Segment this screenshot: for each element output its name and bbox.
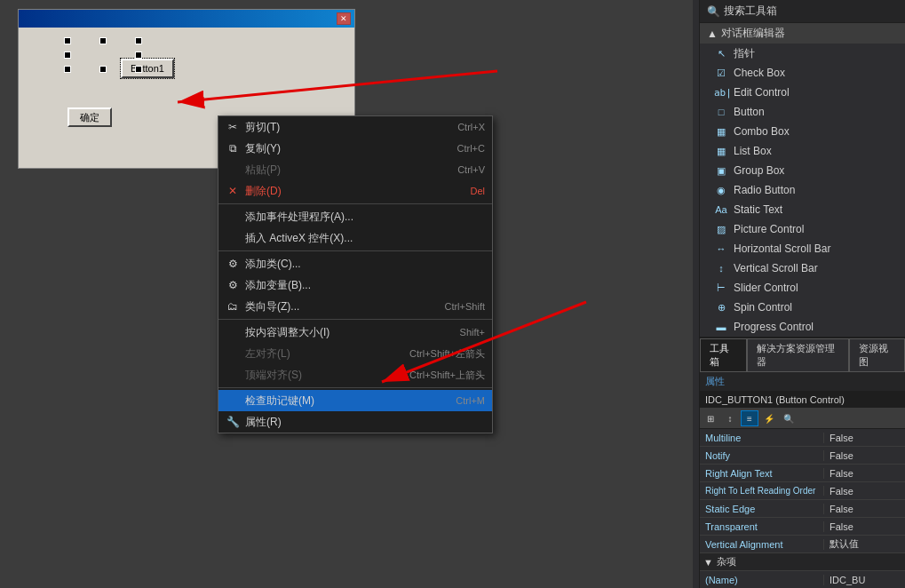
props-name-multiline: Multiline — [700, 433, 824, 443]
props-value-rightalign[interactable]: False — [824, 468, 905, 479]
props-row-rtlreading: Right To Left Reading Order False — [700, 482, 905, 500]
props-header: 属性 — [700, 372, 905, 392]
menu-paste-label: 粘贴(P) — [245, 163, 281, 178]
props-value-transparent[interactable]: False — [824, 521, 905, 532]
spincontrol-label: Spin Control — [734, 301, 792, 314]
toolbox-item-editcontrol[interactable]: ab| Edit Control — [700, 83, 905, 102]
toolbox-item-slidercontrol[interactable]: ⊢ Slider Control — [700, 278, 905, 298]
dialog-close-button[interactable]: ✕ — [337, 12, 351, 25]
context-menu: ✂ 剪切(T) Ctrl+X ⧉ 复制(Y) Ctrl+C 粘贴(P) Ctrl… — [218, 115, 493, 433]
handle-tl[interactable] — [64, 37, 71, 44]
copy-icon: ⧉ — [226, 142, 240, 155]
menu-insert-activex[interactable]: 插入 ActiveX 控件(X)... — [218, 227, 492, 249]
toolbox-item-spincontrol[interactable]: ⊕ Spin Control — [700, 298, 905, 317]
handle-bc[interactable] — [99, 66, 107, 73]
props-name-rightalign: Right Align Text — [700, 468, 824, 479]
props-btn-events[interactable]: ⚡ — [760, 410, 778, 426]
toolbox-item-groupbox[interactable]: ▣ Group Box — [700, 161, 905, 180]
menu-add-class-label: 添加类(C)... — [245, 257, 301, 272]
menu-fit-content[interactable]: 按内容调整大小(I) Shift+ — [218, 322, 492, 343]
menu-paste[interactable]: 粘贴(P) Ctrl+V — [218, 159, 492, 180]
menu-align-left[interactable]: 左对齐(L) Ctrl+Shift+左箭头 — [218, 343, 492, 364]
props-btn-sort[interactable]: ↕ — [721, 410, 739, 426]
handle-tc[interactable] — [99, 37, 107, 44]
menu-copy-label: 复制(Y) — [245, 141, 281, 156]
menu-cut[interactable]: ✂ 剪切(T) Ctrl+X — [218, 116, 492, 138]
menu-delete[interactable]: ✕ 删除(D) Del — [218, 180, 492, 202]
tab-solution-explorer[interactable]: 解决方案资源管理器 — [747, 338, 849, 372]
handle-bl[interactable] — [64, 66, 71, 73]
menu-fit-content-shortcut: Shift+ — [460, 327, 485, 338]
picturecontrol-icon: ▨ — [714, 224, 728, 235]
props-row-multiline: Multiline False — [700, 429, 905, 447]
props-btn-search[interactable]: 🔍 — [780, 410, 798, 426]
toolbox-item-picturecontrol[interactable]: ▨ Picture Control — [700, 219, 905, 239]
menu-add-variable[interactable]: ⚙ 添加变量(B)... — [218, 274, 492, 296]
toolbox-item-cursor[interactable]: ↖ 指针 — [700, 44, 905, 63]
picturecontrol-label: Picture Control — [734, 223, 804, 235]
toolbox-title: 搜索工具箱 — [724, 4, 777, 19]
tab-toolbox[interactable]: 工具箱 — [700, 338, 747, 372]
cursor-icon: ↖ — [714, 48, 728, 60]
handle-mr[interactable] — [135, 52, 142, 59]
menu-copy-shortcut: Ctrl+C — [457, 143, 485, 154]
properties-title: 属性 — [705, 376, 725, 386]
props-value-valignment[interactable]: 默认值 — [824, 537, 905, 551]
menu-class-wizard[interactable]: 🗂 类向导(Z)... Ctrl+Shift — [218, 296, 492, 317]
separator-4 — [218, 387, 492, 388]
vscrollbar-label: Vertical Scroll Bar — [734, 262, 818, 274]
toolbox-item-vscrollbar[interactable]: ↕ Vertical Scroll Bar — [700, 258, 905, 278]
toolbox-item-checkbox[interactable]: ☑ Check Box — [700, 63, 905, 83]
handle-tr[interactable] — [135, 37, 142, 44]
menu-paste-shortcut: Ctrl+V — [457, 164, 485, 175]
confirm-label: 确定 — [80, 111, 99, 124]
props-btn-grid[interactable]: ⊞ — [702, 410, 719, 426]
menu-copy[interactable]: ⧉ 复制(Y) Ctrl+C — [218, 138, 492, 159]
groupbox-icon: ▣ — [714, 165, 728, 177]
combobox-label: Combo Box — [734, 125, 790, 138]
progresscontrol-label: Progress Control — [734, 321, 814, 333]
menu-align-top[interactable]: 顶端对齐(S) Ctrl+Shift+上箭头 — [218, 364, 492, 385]
toolbox-item-listbox[interactable]: ▦ List Box — [700, 141, 905, 161]
combobox-icon: ▦ — [714, 126, 728, 138]
menu-properties[interactable]: 🔧 属性(R) — [218, 411, 492, 433]
vscrollbar-icon: ↕ — [714, 263, 728, 274]
editcontrol-label: Edit Control — [734, 86, 790, 99]
props-btn-props[interactable]: ≡ — [741, 410, 758, 426]
tab-resource-view[interactable]: 资源视图 — [849, 338, 905, 372]
props-value-name[interactable]: IDC_BU — [824, 575, 905, 585]
props-name-valignment: Vertical Alignment — [700, 539, 824, 550]
menu-check-mnemonic[interactable]: 检查助记键(M) Ctrl+M — [218, 390, 492, 411]
toolbox-item-progresscontrol[interactable]: ▬ Progress Control — [700, 317, 905, 337]
toolbox-item-hscrollbar[interactable]: ↔ Horizontal Scroll Bar — [700, 239, 905, 258]
cursor-label: 指针 — [734, 46, 755, 61]
properties-panel: 属性 IDC_BUTTON1 (Button Control) ⊞ ↕ ≡ ⚡ … — [700, 372, 905, 588]
menu-align-top-label: 顶端对齐(S) — [245, 368, 302, 383]
button1[interactable]: Button1 — [121, 59, 174, 78]
toolbox-item-radiobutton[interactable]: ◉ Radio Button — [700, 180, 905, 200]
dialog-editor: ✕ Button1 确定 — [0, 0, 693, 588]
props-toolbar: ⊞ ↕ ≡ ⚡ 🔍 — [700, 409, 905, 429]
misc-collapse-icon: ▼ — [703, 557, 713, 568]
toolbox-section-header[interactable]: ▲ 对话框编辑器 — [700, 23, 905, 44]
props-row-name: (Name) IDC_BU — [700, 571, 905, 588]
handle-br[interactable] — [135, 66, 142, 73]
menu-add-handler[interactable]: 添加事件处理程序(A)... — [218, 206, 492, 227]
menu-check-mnemonic-label: 检查助记键(M) — [245, 393, 314, 409]
handle-ml[interactable] — [64, 52, 71, 59]
props-object-title: IDC_BUTTON1 (Button Control) — [705, 394, 845, 405]
menu-add-class[interactable]: ⚙ 添加类(C)... — [218, 253, 492, 274]
props-value-multiline[interactable]: False — [824, 433, 905, 443]
props-value-rtlreading[interactable]: False — [824, 486, 905, 497]
confirm-button[interactable]: 确定 — [67, 107, 112, 127]
toolbox-item-button[interactable]: □ Button — [700, 102, 905, 122]
search-icon: 🔍 — [707, 5, 720, 18]
menu-check-mnemonic-shortcut: Ctrl+M — [456, 395, 485, 406]
toolbox-item-statictext[interactable]: Aa Static Text — [700, 200, 905, 219]
toolbox-section: ▲ 对话框编辑器 ↖ 指针 ☑ Check Box ab| Edit Contr… — [700, 23, 905, 338]
toolbox-item-combobox[interactable]: ▦ Combo Box — [700, 122, 905, 141]
menu-cut-label: 剪切(T) — [245, 120, 280, 135]
props-value-staticedge[interactable]: False — [824, 504, 905, 514]
menu-delete-label: 删除(D) — [245, 184, 282, 199]
props-value-notify[interactable]: False — [824, 450, 905, 461]
